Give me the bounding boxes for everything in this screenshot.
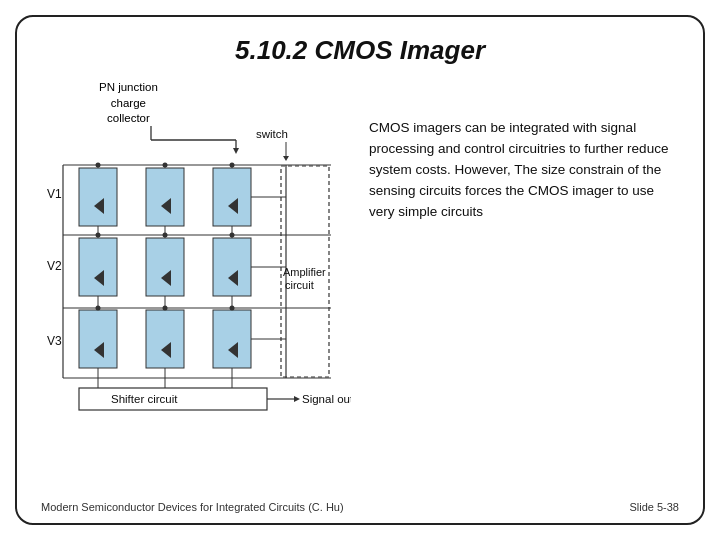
svg-point-65 [230, 306, 235, 311]
svg-point-61 [163, 233, 168, 238]
svg-text:Amplifier: Amplifier [283, 266, 326, 278]
svg-rect-20 [213, 238, 251, 296]
svg-rect-18 [79, 238, 117, 296]
svg-point-58 [163, 163, 168, 168]
svg-point-64 [163, 306, 168, 311]
svg-rect-21 [79, 310, 117, 368]
svg-rect-19 [146, 238, 184, 296]
svg-marker-3 [233, 148, 239, 154]
description-text: CMOS imagers can be integrated with sign… [369, 80, 679, 223]
svg-rect-23 [213, 310, 251, 368]
svg-text:Shifter circuit: Shifter circuit [111, 393, 178, 405]
footer: Modern Semiconductor Devices for Integra… [17, 501, 703, 513]
svg-point-63 [96, 306, 101, 311]
svg-text:V1: V1 [47, 187, 62, 201]
slide-container: 5.10.2 CMOS Imager PN junctionchargecoll… [15, 15, 705, 525]
footer-slide-number: Slide 5-38 [629, 501, 679, 513]
svg-text:circuit: circuit [285, 279, 314, 291]
footer-course: Modern Semiconductor Devices for Integra… [41, 501, 344, 513]
svg-text:Signal out: Signal out [302, 393, 351, 405]
diagram-area: PN junctionchargecollector switch V1 V2 [41, 80, 351, 420]
svg-rect-15 [79, 168, 117, 226]
pn-label: PN junctionchargecollector [99, 80, 158, 127]
svg-text:switch: switch [256, 128, 288, 140]
svg-marker-6 [283, 156, 289, 161]
svg-point-62 [230, 233, 235, 238]
svg-rect-16 [146, 168, 184, 226]
svg-rect-22 [146, 310, 184, 368]
svg-point-60 [96, 233, 101, 238]
svg-text:V3: V3 [47, 334, 62, 348]
svg-point-57 [96, 163, 101, 168]
svg-point-59 [230, 163, 235, 168]
svg-marker-43 [294, 396, 300, 402]
svg-text:V2: V2 [47, 259, 62, 273]
content-area: PN junctionchargecollector switch V1 V2 [41, 80, 679, 420]
diagram-svg: switch V1 V2 V3 [41, 80, 351, 420]
slide-title: 5.10.2 CMOS Imager [41, 35, 679, 66]
svg-rect-17 [213, 168, 251, 226]
